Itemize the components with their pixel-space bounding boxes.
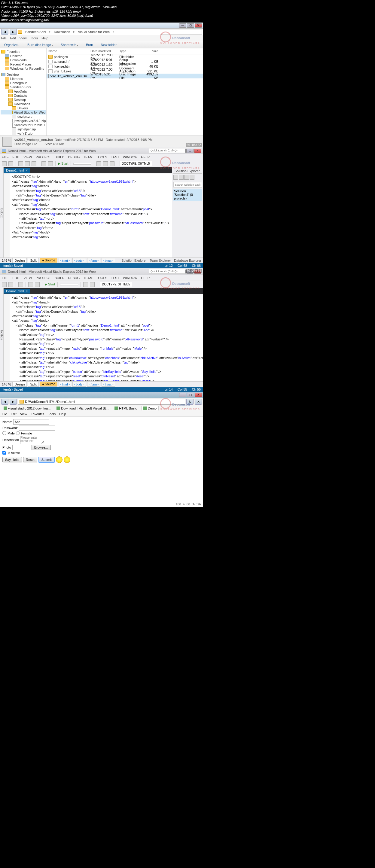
- menu-help[interactable]: HELP: [141, 276, 150, 280]
- undo-icon[interactable]: [28, 282, 33, 287]
- reset-button[interactable]: Reset: [23, 457, 37, 462]
- fav-item[interactable]: visual studio 2012 downloa...: [2, 406, 52, 410]
- solution-explorer[interactable]: Solution Explorer Solution 'Solution1' (…: [172, 167, 203, 257]
- menu-tools[interactable]: Tools: [30, 36, 38, 40]
- menu-file[interactable]: FILE: [2, 276, 9, 280]
- menu-window[interactable]: WINDOW: [123, 276, 137, 280]
- forward-button[interactable]: ►: [10, 399, 17, 405]
- start-button[interactable]: ▶ Start: [58, 162, 68, 165]
- nav-favorites[interactable]: Favorites: [7, 50, 20, 54]
- breadcrumb-item[interactable]: Downloads: [52, 29, 72, 34]
- redo-icon[interactable]: [48, 161, 53, 166]
- split-button[interactable]: Split: [28, 382, 38, 387]
- menu-project[interactable]: PROJECT: [35, 276, 51, 280]
- stop-button[interactable]: ✕: [195, 399, 202, 405]
- menu-debug[interactable]: DEBUG: [68, 155, 80, 159]
- forward-icon[interactable]: [8, 161, 13, 166]
- config-dropdown[interactable]: [60, 284, 78, 285]
- doctype-dropdown[interactable]: DOCTYPE: XHTML5: [100, 282, 132, 287]
- menu-view[interactable]: VIEW: [24, 276, 32, 280]
- tag-path[interactable]: <body>: [72, 382, 86, 387]
- nav-item[interactable]: AppData: [14, 90, 27, 93]
- source-button[interactable]: ◂ Source: [40, 381, 57, 387]
- maximize-button[interactable]: ▢: [187, 393, 194, 397]
- menu-help[interactable]: Help: [41, 36, 49, 40]
- tag-path[interactable]: <form>: [87, 258, 100, 263]
- start-button[interactable]: ▶ Start: [45, 282, 55, 286]
- menu-window[interactable]: WINDOW: [123, 155, 137, 159]
- male-radio[interactable]: [2, 431, 6, 435]
- solution-item[interactable]: Solution 'Solution1' (0 projects): [174, 189, 202, 201]
- vs-titlebar[interactable]: Demo1.html - Microsoft Visual Studio Exp…: [0, 148, 203, 154]
- nav-item[interactable]: Samples for Parallel Programming with: [14, 123, 46, 127]
- menu-edit[interactable]: EDIT: [12, 155, 20, 159]
- file-list[interactable]: Name Date modified Type Size packages7/2…: [46, 49, 203, 135]
- undo-icon[interactable]: [41, 161, 46, 166]
- nav-item[interactable]: Homegroup: [10, 81, 27, 85]
- toolbox-tab[interactable]: Toolbox: [0, 288, 4, 381]
- minimize-button[interactable]: —: [179, 393, 186, 397]
- back-icon[interactable]: [2, 282, 7, 287]
- column-size[interactable]: Size: [142, 49, 160, 54]
- tab-solution-explorer[interactable]: Solution Explorer: [121, 259, 147, 262]
- close-button[interactable]: ✕: [195, 393, 202, 397]
- tool-icon[interactable]: [110, 161, 115, 166]
- tool-icon[interactable]: [90, 282, 95, 287]
- vs-titlebar[interactable]: Demo1.html - Microsoft Visual Studio Exp…: [0, 268, 203, 275]
- doctype-dropdown[interactable]: DOCTYPE: XHTML5: [120, 161, 152, 166]
- nav-item[interactable]: Drivers: [18, 106, 28, 110]
- menu-edit[interactable]: EDIT: [12, 276, 20, 280]
- tool-icon[interactable]: [103, 161, 108, 166]
- refresh-icon[interactable]: [179, 175, 184, 180]
- source-button[interactable]: ◂ Source: [40, 258, 57, 263]
- code-editor[interactable]: <!DOCTYPE html><attr">class="tag">html a…: [4, 173, 172, 257]
- explorer-titlebar[interactable]: — ▢ ✕: [0, 23, 203, 29]
- back-icon[interactable]: [2, 161, 7, 166]
- tool-icon[interactable]: [96, 161, 101, 166]
- menu-team[interactable]: TEAM: [83, 276, 93, 280]
- breadcrumb-item[interactable]: Sandeep Soni: [24, 29, 48, 34]
- nav-item[interactable]: Visual Studio for Web: [14, 111, 45, 114]
- tool-icon[interactable]: [83, 282, 88, 287]
- collapse-icon[interactable]: [184, 175, 189, 180]
- nav-item[interactable]: dezign.zip: [18, 115, 32, 118]
- sayhello-button[interactable]: Say Hello: [2, 457, 22, 462]
- menu-favorites[interactable]: Favorites: [31, 412, 44, 416]
- menu-view[interactable]: VIEW: [24, 155, 32, 159]
- design-button[interactable]: Design: [12, 382, 27, 387]
- share-button[interactable]: Share with: [58, 42, 81, 47]
- menu-file[interactable]: File: [1, 36, 7, 40]
- minimize-button[interactable]: —: [179, 24, 186, 28]
- menu-help[interactable]: Help: [59, 412, 66, 416]
- nav-item[interactable]: Desktop: [10, 54, 22, 58]
- toolbox-tab[interactable]: Toolbox: [0, 167, 4, 257]
- fav-item[interactable]: HTML Basic: [113, 406, 139, 410]
- description-textarea[interactable]: Please enter some text: [20, 436, 44, 444]
- save-icon[interactable]: [32, 161, 36, 166]
- organize-button[interactable]: Organize: [2, 42, 22, 47]
- props-icon[interactable]: [190, 175, 194, 180]
- name-input[interactable]: [13, 419, 49, 425]
- nav-item[interactable]: sqlhelper.zip: [18, 127, 36, 131]
- menu-project[interactable]: PROJECT: [35, 155, 51, 159]
- menu-edit[interactable]: Edit: [10, 36, 16, 40]
- menu-file[interactable]: File: [2, 412, 7, 416]
- active-checkbox[interactable]: [2, 451, 6, 455]
- menu-team[interactable]: TEAM: [83, 155, 93, 159]
- code-editor[interactable]: <attr">class="tag">html attr">lang="en" …: [4, 294, 203, 381]
- menu-file[interactable]: FILE: [2, 155, 9, 159]
- config-dropdown[interactable]: [73, 163, 91, 165]
- menu-tools[interactable]: Tools: [48, 412, 56, 416]
- save-icon[interactable]: [18, 282, 23, 287]
- tag-path[interactable]: <input>: [101, 258, 115, 263]
- new-icon[interactable]: [18, 161, 23, 166]
- submit-button[interactable]: Submit: [38, 457, 55, 463]
- new-folder-button[interactable]: New folder: [98, 42, 119, 47]
- file-row[interactable]: vs2012_webexp_enu.iso2/7/2013 5:31 PMDis…: [46, 73, 203, 79]
- menu-build[interactable]: BUILD: [55, 155, 64, 159]
- tag-path[interactable]: <body>: [72, 258, 86, 263]
- breadcrumb-item[interactable]: Visual Studio for Web: [76, 29, 112, 34]
- open-icon[interactable]: [25, 161, 30, 166]
- column-type[interactable]: Type: [118, 49, 142, 54]
- maximize-button[interactable]: ▢: [186, 149, 193, 153]
